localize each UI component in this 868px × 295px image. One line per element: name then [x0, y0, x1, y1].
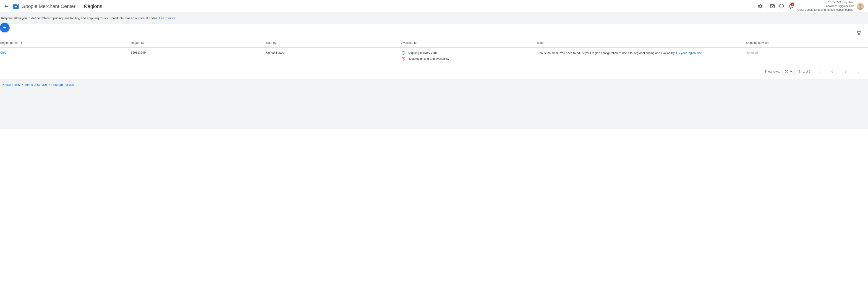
- column-issue[interactable]: Issue: [536, 38, 746, 47]
- arrow-left-icon: [4, 4, 9, 9]
- footer-separator: •: [22, 83, 23, 87]
- pagination: Show rows: 50 1 - 1 of 1: [0, 64, 868, 79]
- show-rows-label: Show rows:: [765, 70, 780, 73]
- brand-text: Google Merchant Center: [22, 3, 75, 9]
- app-header: Google Merchant Center Regions 3 7313567…: [0, 0, 868, 13]
- column-region-id[interactable]: Region ID: [131, 38, 266, 47]
- header-actions: 3 731356723 (Sky Blue) hewill6756@gmail.…: [756, 0, 866, 12]
- settings-button[interactable]: [756, 2, 765, 11]
- add-region-button[interactable]: [0, 23, 9, 32]
- last-page-button[interactable]: [854, 67, 863, 76]
- region-id-cell: 359313599: [131, 47, 266, 64]
- notification-badge: 3: [790, 2, 794, 6]
- column-available-for[interactable]: Available for: [401, 38, 537, 47]
- header-divider: [80, 3, 80, 10]
- account-info: 731356723 (Sky Blue) hewill6756@gmail.co…: [798, 0, 866, 12]
- mail-icon: [770, 3, 775, 9]
- filter-button[interactable]: [854, 29, 863, 38]
- first-page-button[interactable]: [815, 67, 824, 76]
- page-title: Regions: [84, 3, 102, 9]
- help-button[interactable]: [777, 2, 786, 11]
- next-page-button[interactable]: [841, 67, 850, 76]
- avatar[interactable]: [857, 2, 864, 10]
- column-region-name[interactable]: Region name: [0, 38, 131, 47]
- account-css[interactable]: CSS: Google Shopping (google.com/shoppin…: [798, 8, 855, 12]
- help-icon: [779, 3, 784, 9]
- account-email: hewill6756@gmail.com: [798, 4, 855, 8]
- region-issue-cell: Area is too small. You need to adjust yo…: [536, 47, 746, 64]
- learn-more-link[interactable]: Learn more: [159, 17, 176, 20]
- dropdown-arrow-icon: [790, 71, 792, 72]
- intro-text: Regions allow you to define different pr…: [1, 17, 159, 20]
- svg-point-5: [781, 7, 782, 8]
- fix-region-link[interactable]: Fix your region size: [676, 51, 702, 55]
- shipping-services-cell: Not used: [746, 51, 758, 54]
- brand: Google Merchant Center: [13, 3, 75, 9]
- filter-icon: [856, 31, 862, 36]
- intro-bar: Regions allow you to define different pr…: [0, 13, 868, 24]
- footer-separator: •: [49, 83, 50, 87]
- column-country[interactable]: Country: [266, 38, 401, 47]
- rows-select[interactable]: 50: [782, 68, 795, 75]
- rows-per-page: Show rows: 50: [765, 68, 795, 75]
- table-header-row: Region name Region ID Country Available …: [0, 38, 868, 47]
- page-footer: Privacy Policy • Terms of Service • Prog…: [0, 79, 868, 129]
- svg-rect-2: [17, 4, 18, 5]
- region-name-link[interactable]: Ohio: [0, 51, 6, 54]
- availability-label: Regional pricing and availability: [408, 57, 449, 60]
- pagination-range: 1 - 1 of 1: [799, 70, 810, 73]
- availability-label: Shipping delivery zone: [408, 51, 438, 55]
- rows-value: 50: [785, 70, 788, 73]
- notifications-button[interactable]: 3: [786, 2, 795, 11]
- gear-icon: [757, 3, 763, 9]
- program-policies-link[interactable]: Program Policies: [51, 83, 74, 87]
- account-id: 731356723 (Sky Blue): [798, 0, 855, 4]
- region-available-cell: Shipping delivery zone Regional pricing …: [401, 47, 537, 64]
- issue-text: Area is too small. You need to adjust yo…: [536, 51, 676, 55]
- first-page-icon: [816, 69, 822, 74]
- availability-item: Shipping delivery zone: [401, 51, 533, 55]
- back-button[interactable]: [2, 2, 11, 11]
- region-country-cell: United States: [266, 47, 401, 64]
- content-spacer: [0, 24, 868, 38]
- svg-point-6: [859, 4, 862, 7]
- column-shipping-services[interactable]: Shipping services: [746, 38, 868, 47]
- avatar-image-icon: [857, 2, 864, 10]
- check-circle-icon: [401, 51, 405, 55]
- privacy-policy-link[interactable]: Privacy Policy: [2, 83, 20, 87]
- svg-point-7: [402, 51, 405, 55]
- last-page-icon: [856, 69, 862, 74]
- regions-table: Region name Region ID Country Available …: [0, 38, 868, 64]
- icon-divider: [766, 3, 767, 9]
- plus-icon: [2, 25, 7, 30]
- mail-button[interactable]: [768, 2, 777, 11]
- chevron-left-icon: [830, 69, 835, 74]
- table-row: Ohio 359313599 United States Shipping de…: [0, 47, 868, 64]
- terms-of-service-link[interactable]: Terms of Service: [25, 83, 47, 87]
- prev-page-button[interactable]: [828, 67, 837, 76]
- error-circle-icon: [401, 57, 405, 61]
- availability-item: Regional pricing and availability: [401, 57, 533, 61]
- merchant-center-logo-icon: [13, 3, 19, 9]
- chevron-right-icon: [843, 69, 848, 74]
- sort-ascending-icon: [20, 41, 23, 45]
